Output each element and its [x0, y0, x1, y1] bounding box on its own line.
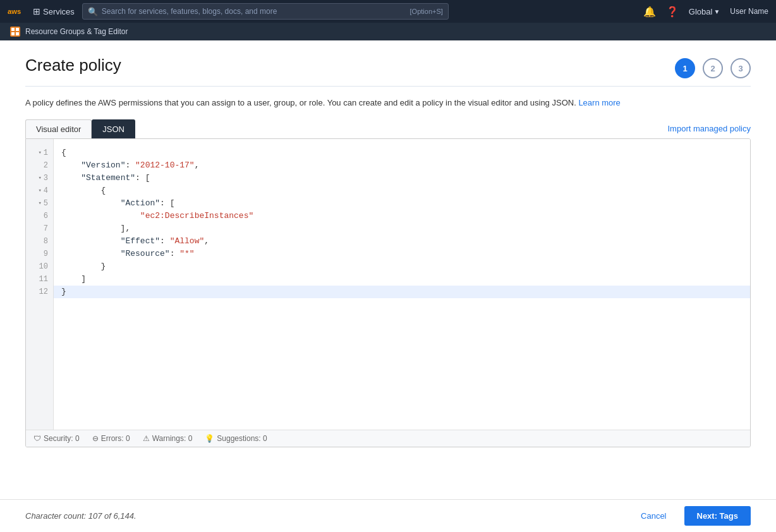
- breadcrumb-icon: [10, 27, 20, 37]
- main-content: Create policy 1 2 3 A policy defines the…: [0, 40, 776, 532]
- line-num-5: ▾5: [26, 197, 53, 210]
- header-divider: [25, 86, 751, 87]
- page-header: Create policy 1 2 3: [25, 56, 751, 78]
- line-numbers: ▾1 2 ▾3 ▾4 ▾5 6 7 8 9 10 11 12: [26, 139, 54, 430]
- lightbulb-icon: 💡: [205, 434, 214, 443]
- step-2-label: 2: [710, 64, 715, 73]
- user-menu[interactable]: User Name: [730, 7, 768, 16]
- warnings-label: Warnings: 0: [152, 434, 193, 443]
- security-status: 🛡 Security: 0: [33, 434, 80, 443]
- shield-icon: 🛡: [33, 434, 41, 443]
- line-num-11: 11: [26, 273, 53, 286]
- char-count: Character count: 107 of 6,144.: [25, 511, 136, 521]
- grid-icon: ⊞: [33, 6, 40, 16]
- svg-rect-2: [16, 28, 19, 31]
- tab-visual-editor[interactable]: Visual editor: [25, 119, 92, 138]
- tab-visual-editor-label: Visual editor: [36, 124, 81, 134]
- next-tags-button[interactable]: Next: Tags: [684, 506, 751, 526]
- svg-text:aws: aws: [8, 8, 21, 15]
- notifications-button[interactable]: 🔔: [643, 6, 656, 18]
- line-num-9: 9: [26, 248, 53, 260]
- region-label: Global: [689, 7, 713, 16]
- tab-json-label: JSON: [102, 124, 124, 134]
- cancel-button[interactable]: Cancel: [631, 506, 676, 526]
- line-num-2: 2: [26, 159, 53, 172]
- search-icon: 🔍: [88, 7, 98, 16]
- line-num-7: 7: [26, 222, 53, 235]
- breadcrumb-bar: Resource Groups & Tag Editor: [0, 23, 776, 40]
- services-label: Services: [43, 7, 75, 16]
- region-selector[interactable]: Global ▼: [689, 7, 720, 16]
- editor-status-bar: 🛡 Security: 0 ⊖ Errors: 0 ⚠ Warnings: 0 …: [26, 430, 750, 447]
- suggestions-label: Suggestions: 0: [217, 434, 267, 443]
- svg-rect-3: [11, 32, 15, 35]
- learn-more-link[interactable]: Learn more: [578, 98, 620, 107]
- warning-icon: ⚠: [143, 434, 150, 443]
- aws-logo[interactable]: aws: [8, 6, 25, 17]
- step-1[interactable]: 1: [675, 58, 695, 78]
- page-title: Create policy: [25, 56, 121, 75]
- editor-body[interactable]: ▾1 2 ▾3 ▾4 ▾5 6 7 8 9 10 11 12 { "Versio…: [26, 139, 750, 430]
- line-num-1: ▾1: [26, 147, 53, 159]
- warnings-status: ⚠ Warnings: 0: [143, 434, 193, 443]
- footer-actions: Cancel Next: Tags: [631, 506, 751, 526]
- services-button[interactable]: ⊞ Services: [33, 6, 75, 16]
- search-bar[interactable]: 🔍 [Option+S]: [82, 3, 449, 20]
- step-indicators: 1 2 3: [675, 58, 751, 78]
- code-editor[interactable]: { "Version": "2012-10-17", "Statement": …: [54, 139, 750, 430]
- step-1-label: 1: [682, 64, 687, 73]
- description: A policy defines the AWS permissions tha…: [25, 97, 751, 109]
- search-input[interactable]: [102, 7, 406, 16]
- import-managed-policy-link[interactable]: Import managed policy: [667, 124, 751, 133]
- error-icon: ⊖: [92, 434, 99, 443]
- tab-json[interactable]: JSON: [92, 119, 135, 138]
- errors-status: ⊖ Errors: 0: [92, 434, 130, 443]
- editor-container: ▾1 2 ▾3 ▾4 ▾5 6 7 8 9 10 11 12 { "Versio…: [25, 138, 751, 447]
- line-num-4: ▾4: [26, 184, 53, 197]
- line-num-6: 6: [26, 210, 53, 222]
- svg-rect-4: [16, 32, 19, 35]
- suggestions-status: 💡 Suggestions: 0: [205, 434, 267, 443]
- chevron-down-icon: ▼: [713, 8, 720, 15]
- security-label: Security: 0: [44, 434, 80, 443]
- tabs-row: Visual editor JSON Import managed policy: [25, 119, 751, 138]
- nav-icons: 🔔 ❓ Global ▼ User Name: [643, 6, 768, 18]
- help-button[interactable]: ❓: [666, 6, 679, 18]
- line-num-10: 10: [26, 260, 53, 273]
- step-2[interactable]: 2: [703, 58, 723, 78]
- svg-rect-1: [11, 28, 15, 31]
- tabs: Visual editor JSON: [25, 119, 135, 138]
- description-text: A policy defines the AWS permissions tha…: [25, 98, 576, 107]
- user-name: User Name: [730, 7, 768, 16]
- errors-label: Errors: 0: [101, 434, 130, 443]
- step-3[interactable]: 3: [731, 58, 751, 78]
- line-num-3: ▾3: [26, 172, 53, 184]
- line-num-12: 12: [26, 286, 53, 298]
- step-3-label: 3: [738, 64, 743, 73]
- search-shortcut: [Option+S]: [410, 8, 443, 15]
- line-num-8: 8: [26, 235, 53, 248]
- breadcrumb-label: Resource Groups & Tag Editor: [25, 27, 128, 36]
- top-navigation: aws ⊞ Services 🔍 [Option+S] 🔔 ❓ Global ▼…: [0, 0, 776, 23]
- page-footer: Character count: 107 of 6,144. Cancel Ne…: [0, 499, 776, 532]
